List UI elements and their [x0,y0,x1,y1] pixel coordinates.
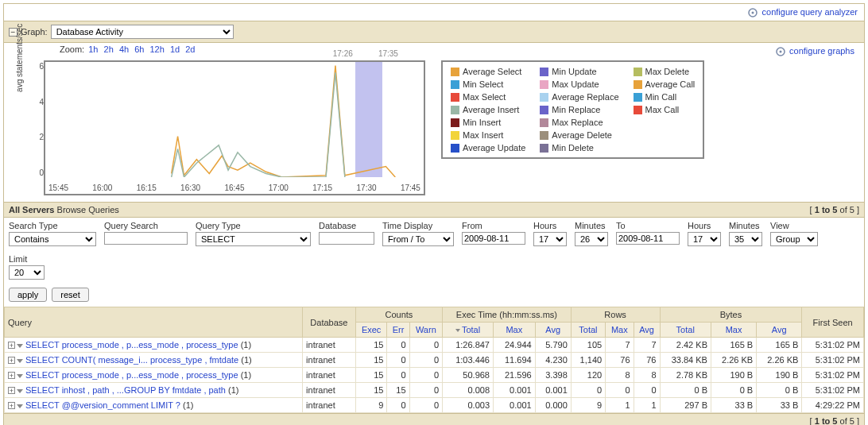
col-r-avg[interactable]: Avg [634,323,660,338]
cell: 3.398 [535,368,571,383]
cell: 1 [606,398,634,413]
dropdown-icon[interactable] [17,404,23,408]
colgroup-rows: Rows [571,307,660,323]
legend-label: Min Update [552,67,596,76]
cell: 5:31:02 PM [802,368,864,383]
cell: 165 B [757,338,802,353]
cell: 33.84 KB [660,353,711,368]
col-query[interactable]: Query [5,307,303,338]
dropdown-icon[interactable] [17,344,23,348]
col-b-max[interactable]: Max [711,323,756,338]
to-minutes-label: Minutes [729,221,762,230]
colgroup-bytes: Bytes [660,307,802,323]
query-search-input[interactable] [104,232,188,245]
legend-item: Average Delete [540,130,618,140]
cell: 1:03.446 [443,353,494,368]
zoom-row: Zoom: 1h 2h 4h 6h 12h 1d 2d [4,43,864,54]
cell: 8 [606,368,634,383]
query-link[interactable]: SELECT process_mode , p...ess_mode , pro… [25,340,238,350]
col-warn[interactable]: Warn [409,323,442,338]
query-link[interactable]: SELECT COUNT( message_i... process_type … [25,355,238,365]
dropdown-icon[interactable] [17,389,23,393]
zoom-1d[interactable]: 1d [170,44,180,54]
col-database[interactable]: Database [303,307,356,338]
from-minutes-select[interactable]: 26 [575,232,608,246]
legend-item: Average Update [451,143,525,153]
view-label: View [770,221,818,230]
expand-icon[interactable]: + [8,357,15,364]
dropdown-icon[interactable] [17,359,23,363]
col-err[interactable]: Err [387,323,409,338]
cell: 0.001 [494,398,536,413]
zoom-1h[interactable]: 1h [88,44,98,54]
to-label: To [616,221,680,230]
query-link[interactable]: SELECT process_mode , p...ess_mode , pro… [25,370,238,380]
cell: 0 [387,398,409,413]
col-r-max[interactable]: Max [606,323,634,338]
apply-button[interactable]: apply [9,288,47,302]
limit-select[interactable]: 20 [9,265,45,280]
col-exec[interactable]: Exec [355,323,387,338]
cell: 15 [355,383,387,398]
cell: 9 [355,398,387,413]
expand-icon[interactable]: + [8,372,15,379]
legend-item: Min Insert [451,118,525,127]
legend-swatch [540,144,548,153]
browse-queries-label: Browse Queries [57,205,119,214]
zoom-4h[interactable]: 4h [119,44,129,54]
to-date-input[interactable] [616,232,680,245]
cell: 0 [387,338,409,353]
expand-icon[interactable]: + [8,402,15,409]
cell: 0.001 [494,383,536,398]
from-hours-select[interactable]: 17 [533,232,567,246]
col-et-max[interactable]: Max [494,323,536,338]
cell: 0 [606,383,634,398]
zoom-12h[interactable]: 12h [150,44,165,54]
query-type-select[interactable]: SELECT [196,232,311,246]
col-b-avg[interactable]: Avg [757,323,802,338]
view-select[interactable]: Group [770,232,818,246]
zoom-2h[interactable]: 2h [104,44,114,54]
col-et-total[interactable]: Total [443,323,494,338]
configure-query-analyzer-link[interactable]: configure query analyzer [762,7,858,17]
legend-swatch [634,68,642,76]
col-et-avg[interactable]: Avg [535,323,571,338]
expand-icon[interactable]: + [8,387,15,394]
col-firstseen[interactable]: First Seen [802,307,864,338]
zoom-6h[interactable]: 6h [134,44,144,54]
database-input[interactable] [319,232,374,245]
zoom-label: Zoom: [60,44,84,54]
legend-swatch [451,80,459,89]
time-display-select[interactable]: From / To [382,232,454,246]
to-minutes-select[interactable]: 35 [729,232,762,246]
cell: 0 [409,338,442,353]
query-link[interactable]: SELECT inhost , path , ...GROUP BY fmtda… [25,385,226,395]
database-label: Database [319,221,374,230]
cell: 11.694 [494,353,536,368]
col-b-total[interactable]: Total [660,323,711,338]
table-row: +SELECT process_mode , p...ess_mode , pr… [5,338,864,353]
cell: 15 [355,368,387,383]
legend-swatch [451,106,459,114]
cell: 50.968 [443,368,494,383]
x-ticks: 15:4516:0016:1516:3016:4517:0017:1517:30… [45,184,424,192]
graph-select[interactable]: Database Activity [51,25,234,39]
cell: 5:31:02 PM [802,353,864,368]
cell: 33 B [711,398,756,413]
query-link[interactable]: SELECT @@version_comment LIMIT ? [25,400,180,410]
search-type-select[interactable]: Contains [9,232,96,246]
time-marker: 17:26 [333,49,353,58]
col-r-total[interactable]: Total [571,323,605,338]
chart-plot-area[interactable]: 6420 17:2617:35 15:4516:0016:1516:3016:4… [44,60,425,195]
cell: 2.26 KB [757,353,802,368]
to-hours-select[interactable]: 17 [688,232,721,246]
legend-item: Min Delete [540,143,618,153]
zoom-2d[interactable]: 2d [185,44,195,54]
dropdown-icon[interactable] [17,374,23,378]
expand-icon[interactable]: + [8,342,15,349]
cell: 120 [571,368,605,383]
cell: 5:31:02 PM [802,338,864,353]
legend-swatch [451,131,459,140]
reset-button[interactable]: reset [52,288,88,302]
from-date-input[interactable] [462,232,525,245]
